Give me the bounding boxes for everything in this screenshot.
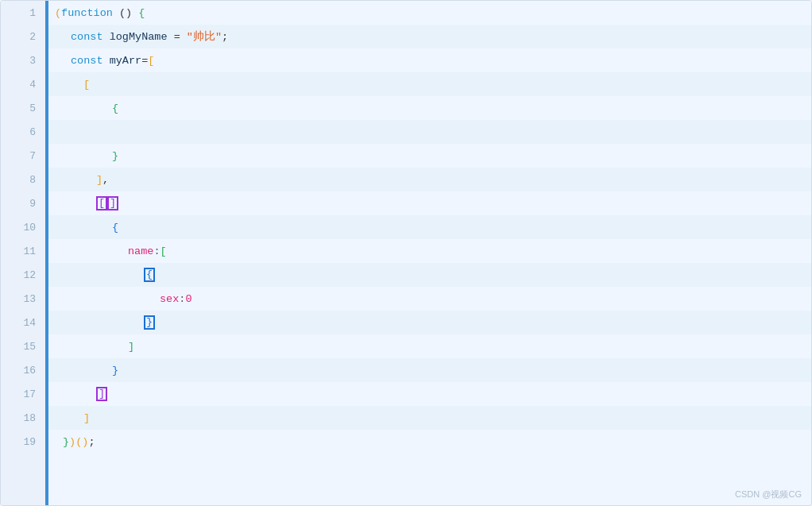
- token: [103, 31, 110, 43]
- token: }: [144, 315, 155, 330]
- line-num-17: 17: [1, 382, 45, 406]
- token: const: [71, 55, 103, 67]
- line-num-4: 4: [1, 72, 45, 96]
- token: =: [168, 31, 187, 43]
- token: {: [138, 7, 145, 19]
- token: }: [63, 436, 69, 448]
- line-num-3: 3: [1, 48, 45, 72]
- token: logMyName: [110, 31, 168, 43]
- token: =: [141, 55, 148, 67]
- token: ;: [88, 436, 95, 448]
- token: }: [112, 365, 118, 377]
- token: ;: [222, 31, 228, 43]
- line-num-6: 6: [1, 120, 45, 144]
- line-num-11: 11: [1, 239, 45, 263]
- line-num-16: 16: [1, 358, 45, 382]
- token: {: [112, 102, 118, 114]
- token: myArr: [110, 55, 142, 67]
- code-line-18: ]: [48, 406, 811, 430]
- token: [: [160, 245, 167, 257]
- token: sex: [160, 293, 179, 305]
- token: :: [153, 245, 160, 257]
- line-num-9: 9: [1, 191, 45, 215]
- token: {: [112, 222, 118, 234]
- token: ,: [102, 174, 109, 186]
- code-line-7: }: [48, 144, 811, 168]
- watermark: CSDN @视频CG: [735, 489, 802, 500]
- code-line-5: {: [48, 96, 811, 120]
- code-line-8: ],: [48, 168, 811, 191]
- token: (: [55, 7, 61, 19]
- code-area: 1 2 3 4 5 6 7 8 9 10 11 12 13 14 15 16 1…: [1, 1, 811, 505]
- code-line-4: [: [48, 72, 811, 96]
- code-line-17: ]: [48, 382, 811, 406]
- code-line-12: {: [48, 263, 811, 287]
- token: ]: [83, 412, 90, 424]
- token: ]: [107, 196, 118, 211]
- token: const: [71, 31, 103, 43]
- token: ]: [96, 174, 102, 186]
- editor-window: 1 2 3 4 5 6 7 8 9 10 11 12 13 14 15 16 1…: [0, 0, 812, 506]
- token: ]: [96, 387, 107, 401]
- token: [: [96, 196, 107, 211]
- line-gutter: 1 2 3 4 5 6 7 8 9 10 11 12 13 14 15 16 1…: [1, 1, 48, 505]
- line-num-13: 13: [1, 287, 45, 311]
- token: {: [144, 268, 155, 282]
- code-line-15: ]: [48, 334, 811, 358]
- token: function: [61, 7, 113, 19]
- code-line-9: []: [48, 191, 811, 215]
- token: "帅比": [187, 29, 222, 44]
- code-line-2: ​const logMyName = "帅比";: [48, 25, 811, 48]
- line-num-19: 19: [1, 430, 45, 454]
- token: (): [113, 7, 138, 19]
- code-line-11: name:[: [48, 239, 811, 263]
- line-num-15: 15: [1, 334, 45, 358]
- line-num-1: 1: [1, 1, 45, 25]
- code-line-13: sex:0: [48, 287, 811, 311]
- token: [: [83, 79, 90, 91]
- token: :: [179, 293, 185, 305]
- code-line-14: }: [48, 311, 811, 334]
- code-line-16: }: [48, 358, 811, 382]
- code-lines: (function () { ​const logMyName = "帅比"; …: [48, 1, 811, 505]
- line-num-2: 2: [1, 25, 45, 48]
- code-line-6: [48, 120, 811, 144]
- line-num-14: 14: [1, 311, 45, 334]
- token: ]: [128, 341, 134, 353]
- token: ): [82, 436, 88, 448]
- token: }: [112, 150, 118, 162]
- token: 0: [185, 293, 191, 305]
- line-num-5: 5: [1, 96, 45, 120]
- token: ): [69, 436, 75, 448]
- token: name: [128, 245, 153, 257]
- token: [: [148, 55, 154, 67]
- line-num-12: 12: [1, 263, 45, 287]
- code-line-1: (function () {: [48, 1, 811, 25]
- code-line-10: {: [48, 215, 811, 239]
- line-num-18: 18: [1, 406, 45, 430]
- line-num-10: 10: [1, 215, 45, 239]
- code-line-3: const myArr=[: [48, 48, 811, 72]
- code-line-19: })();: [48, 430, 811, 454]
- line-num-8: 8: [1, 168, 45, 191]
- token: (: [75, 436, 82, 448]
- token: [103, 55, 110, 67]
- line-num-7: 7: [1, 144, 45, 168]
